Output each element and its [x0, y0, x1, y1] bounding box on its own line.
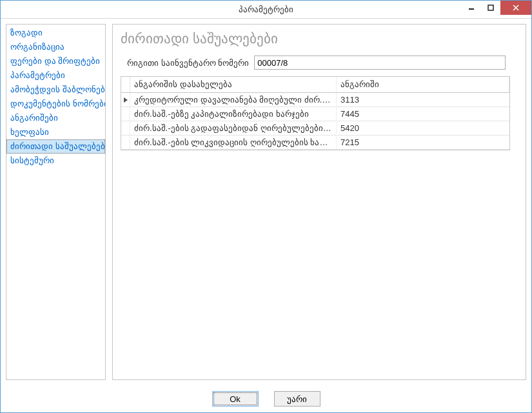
sidebar-item-label: ამობეჭდვის შაბლონები [10, 85, 105, 94]
row-indicator-icon [121, 93, 130, 106]
table-row[interactable]: ძირ.საშ.-ების გადაფასებიდან ღირებულებები… [121, 121, 509, 136]
window-controls [462, 1, 531, 15]
table-row[interactable]: ძირ.საშ.-ების ლიკვიდაციის ღირებულების ხა… [121, 136, 509, 150]
row-indicator-icon [121, 107, 130, 121]
sidebar-item-salary[interactable]: ხელფასი [6, 125, 105, 139]
grid-header-name[interactable]: ანგარიშის დასახელება [130, 77, 337, 92]
grid-header-indicator [121, 77, 130, 92]
cancel-button[interactable]: უარი [274, 391, 320, 407]
svg-marker-4 [124, 97, 128, 103]
sidebar-item-label: პარამეტრები [10, 70, 65, 80]
sidebar-item-label: სისტემური [10, 156, 54, 165]
sidebar-item-accounts[interactable]: ანგარიშები [6, 111, 105, 125]
sidebar-item-label: ზოგადი [10, 28, 43, 37]
sidebar-item-label: ხელფასი [10, 127, 49, 137]
sidebar-item-parameters[interactable]: პარამეტრები [6, 68, 105, 83]
content-area: ზოგადი ორგანიზაცია ფერები და შრიფტები პა… [1, 19, 531, 385]
sidebar: ზოგადი ორგანიზაცია ფერები და შრიფტები პა… [6, 24, 106, 380]
minimize-button[interactable] [462, 1, 481, 15]
table-row[interactable]: ძირ.საშ.-ებზე კაპიტალიზირებადი ხარჯები 7… [121, 107, 509, 121]
maximize-button[interactable] [481, 1, 500, 15]
inventory-number-input[interactable] [254, 55, 506, 70]
sidebar-item-organization[interactable]: ორგანიზაცია [6, 40, 105, 54]
cell-account-code: 5420 [337, 122, 509, 134]
svg-rect-1 [488, 5, 493, 10]
sidebar-item-label: ფერები და შრიფტები [10, 56, 100, 66]
cell-account-code: 3113 [337, 94, 509, 106]
titlebar: პარამეტრები [1, 1, 531, 19]
sidebar-item-label: ანგარიშები [10, 113, 58, 123]
cell-account-name: ძირ.საშ.-ების გადაფასებიდან ღირებულებები… [130, 122, 337, 134]
sidebar-item-fixed-assets[interactable]: ძირითადი საშუალებები [6, 139, 105, 154]
main-panel: ძირითადი საშუალებები რიგითი საინვენტარო … [112, 24, 526, 380]
row-indicator-icon [121, 136, 130, 149]
grid-header-account[interactable]: ანგარიში [337, 77, 509, 92]
grid-header: ანგარიშის დასახელება ანგარიში [121, 77, 509, 93]
table-row[interactable]: კრედიტორული დავალიანება მიღებული ძირ.საშ… [121, 93, 509, 107]
inventory-number-row: რიგითი საინვენტარო ნომერი [121, 55, 518, 70]
button-bar: Ok უარი [1, 385, 531, 412]
accounts-grid: ანგარიშის დასახელება ანგარიში კრედიტორულ… [121, 76, 510, 150]
panel-title: ძირითადი საშუალებები [121, 31, 518, 46]
row-indicator-icon [121, 121, 130, 135]
sidebar-item-system[interactable]: სისტემური [6, 154, 105, 168]
sidebar-item-document-numbers[interactable]: დოკუმენტების ნომრები [6, 97, 105, 111]
sidebar-item-label: ძირითადი საშუალებები [10, 141, 105, 151]
inventory-number-label: რიგითი საინვენტარო ნომერი [127, 58, 249, 68]
cell-account-code: 7215 [337, 136, 509, 148]
cell-account-name: ძირ.საშ.-ებზე კაპიტალიზირებადი ხარჯები [130, 108, 337, 120]
sidebar-item-label: დოკუმენტების ნომრები [10, 99, 105, 108]
dialog-window: პარამეტრები ზოგადი ორგანიზაცია ფერები და… [0, 0, 532, 413]
cell-account-name: ძირ.საშ.-ების ლიკვიდაციის ღირებულების ხა… [130, 136, 337, 148]
close-button[interactable] [500, 1, 531, 15]
cell-account-name: კრედიტორული დავალიანება მიღებული ძირ.საშ… [130, 94, 337, 106]
sidebar-item-general[interactable]: ზოგადი [6, 26, 105, 40]
sidebar-item-label: ორგანიზაცია [10, 42, 64, 52]
sidebar-item-colors-fonts[interactable]: ფერები და შრიფტები [6, 54, 105, 68]
sidebar-item-print-templates[interactable]: ამობეჭდვის შაბლონები [6, 83, 105, 97]
window-title: პარამეტრები [239, 5, 293, 14]
cell-account-code: 7445 [337, 108, 509, 120]
ok-button[interactable]: Ok [212, 391, 259, 407]
